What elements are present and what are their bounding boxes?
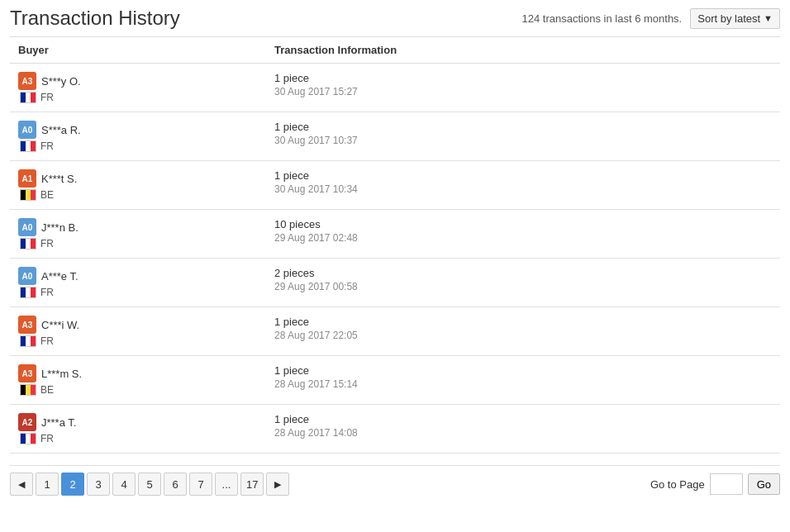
table-row: A0 A***e T. FR 2 pieces 29 Aug 2017 00:5… — [10, 259, 780, 307]
page-button-4[interactable]: 4 — [112, 473, 136, 496]
buyer-info: A0 A***e T. FR — [18, 267, 258, 298]
tx-pieces: 1 piece — [274, 316, 772, 328]
transaction-cell: 1 piece 28 Aug 2017 22:05 — [266, 307, 780, 356]
tx-pieces: 10 pieces — [274, 218, 772, 230]
country-code: FR — [40, 92, 54, 103]
buyer-name-row: A0 J***n B. — [18, 218, 258, 236]
buyer-avatar: A0 — [18, 218, 36, 236]
tx-date: 29 Aug 2017 00:58 — [274, 281, 772, 292]
buyer-cell: A1 K***t S. BE — [10, 161, 266, 210]
country-code: FR — [40, 140, 54, 152]
page-button-17[interactable]: 17 — [240, 473, 264, 496]
buyer-name: K***t S. — [41, 173, 77, 185]
page-title: Transaction History — [10, 7, 180, 30]
country-code: BE — [40, 189, 54, 201]
country-row: FR — [20, 433, 258, 444]
sort-icon: ▼ — [764, 13, 773, 23]
goto-input[interactable] — [710, 473, 743, 495]
page-button-1[interactable]: 1 — [36, 473, 59, 496]
country-row: BE — [20, 384, 258, 396]
table-row: A3 S***y O. FR 1 piece 30 Aug 2017 15:27 — [10, 64, 780, 112]
pagination-bar: ◀ 1234567...17 ▶ Go to Page Go — [10, 465, 780, 496]
transaction-cell: 1 piece 30 Aug 2017 10:37 — [266, 112, 780, 161]
flag-icon — [20, 384, 36, 396]
buyer-info: A2 J***a T. FR — [18, 413, 258, 444]
page-ellipsis: ... — [215, 473, 238, 496]
header-right: 124 transactions in last 6 months. Sort … — [522, 8, 780, 29]
country-code: FR — [40, 433, 54, 444]
buyer-cell: A3 C***i W. FR — [10, 307, 266, 356]
buyer-avatar: A0 — [18, 121, 36, 139]
sort-button[interactable]: Sort by latest ▼ — [690, 8, 780, 29]
country-code: FR — [40, 335, 54, 347]
tx-pieces: 1 piece — [274, 169, 772, 182]
tx-date: 28 Aug 2017 15:14 — [274, 378, 772, 390]
table-row: A3 C***i W. FR 1 piece 28 Aug 2017 22:05 — [10, 307, 780, 356]
tx-pieces: 1 piece — [274, 72, 772, 84]
col-header-buyer: Buyer — [10, 37, 266, 64]
sort-label: Sort by latest — [697, 12, 760, 25]
tx-date: 30 Aug 2017 10:37 — [274, 135, 772, 146]
page-button-6[interactable]: 6 — [164, 473, 187, 496]
buyer-cell: A0 S***a R. FR — [10, 112, 266, 161]
page-button-2[interactable]: 2 — [61, 473, 84, 496]
page-button-3[interactable]: 3 — [87, 473, 110, 496]
country-row: FR — [20, 335, 258, 347]
buyer-info: A3 L***m S. BE — [18, 364, 258, 396]
buyer-name-row: A1 K***t S. — [18, 169, 258, 188]
transaction-cell: 1 piece 28 Aug 2017 14:08 — [266, 405, 780, 454]
country-code: FR — [40, 238, 54, 249]
table-header-row: Buyer Transaction Information — [10, 37, 780, 64]
goto-go-button[interactable]: Go — [748, 473, 780, 495]
buyer-avatar: A3 — [18, 364, 36, 382]
buyer-avatar: A0 — [18, 267, 36, 285]
country-row: FR — [20, 92, 258, 103]
tx-date: 30 Aug 2017 15:27 — [274, 86, 772, 97]
buyer-info: A1 K***t S. BE — [18, 169, 258, 201]
page-button-7[interactable]: 7 — [189, 473, 212, 496]
buyer-cell: A0 A***e T. FR — [10, 259, 266, 307]
country-row: FR — [20, 238, 258, 249]
buyer-cell: A0 J***n B. FR — [10, 210, 266, 259]
country-code: FR — [40, 287, 54, 298]
next-page-button[interactable]: ▶ — [266, 473, 289, 496]
buyer-info: A0 S***a R. FR — [18, 121, 258, 152]
buyer-name: J***a T. — [41, 416, 76, 429]
country-row: FR — [20, 287, 258, 298]
tx-pieces: 2 pieces — [274, 267, 772, 279]
buyer-avatar: A3 — [18, 72, 36, 90]
prev-page-button[interactable]: ◀ — [10, 473, 33, 496]
pagination-goto: Go to Page Go — [650, 473, 780, 495]
transactions-table-wrapper: Buyer Transaction Information A3 S***y O… — [10, 36, 780, 454]
buyer-name-row: A0 S***a R. — [18, 121, 258, 139]
tx-date: 28 Aug 2017 22:05 — [274, 330, 772, 341]
transaction-cell: 1 piece 30 Aug 2017 10:34 — [266, 161, 780, 210]
buyer-name: J***n B. — [41, 221, 79, 234]
table-row: A1 K***t S. BE 1 piece 30 Aug 2017 10:34 — [10, 161, 780, 210]
buyer-cell: A2 J***a T. FR — [10, 405, 266, 454]
transaction-cell: 1 piece 30 Aug 2017 15:27 — [266, 64, 780, 112]
table-row: A2 J***a T. FR 1 piece 28 Aug 2017 14:08 — [10, 405, 780, 454]
transactions-table: Buyer Transaction Information A3 S***y O… — [10, 36, 780, 454]
tx-pieces: 1 piece — [274, 413, 772, 425]
table-row: A0 S***a R. FR 1 piece 30 Aug 2017 10:37 — [10, 112, 780, 161]
flag-icon — [20, 92, 36, 103]
buyer-avatar: A2 — [18, 413, 36, 431]
flag-icon — [20, 238, 36, 249]
flag-icon — [20, 140, 36, 152]
buyer-name: S***y O. — [41, 75, 81, 88]
page-header: Transaction History 124 transactions in … — [10, 7, 780, 30]
pagination-pages: ◀ 1234567...17 ▶ — [10, 473, 289, 496]
flag-icon — [20, 335, 36, 347]
flag-icon — [20, 287, 36, 298]
flag-icon — [20, 433, 36, 444]
buyer-info: A3 S***y O. FR — [18, 72, 258, 103]
page-button-5[interactable]: 5 — [138, 473, 161, 496]
transaction-summary: 124 transactions in last 6 months. — [522, 12, 683, 25]
buyer-name: L***m S. — [41, 368, 82, 380]
table-row: A3 L***m S. BE 1 piece 28 Aug 2017 15:14 — [10, 356, 780, 405]
flag-icon — [20, 189, 36, 201]
tx-date: 29 Aug 2017 02:48 — [274, 232, 772, 244]
table-row: A0 J***n B. FR 10 pieces 29 Aug 2017 02:… — [10, 210, 780, 259]
country-row: FR — [20, 140, 258, 152]
